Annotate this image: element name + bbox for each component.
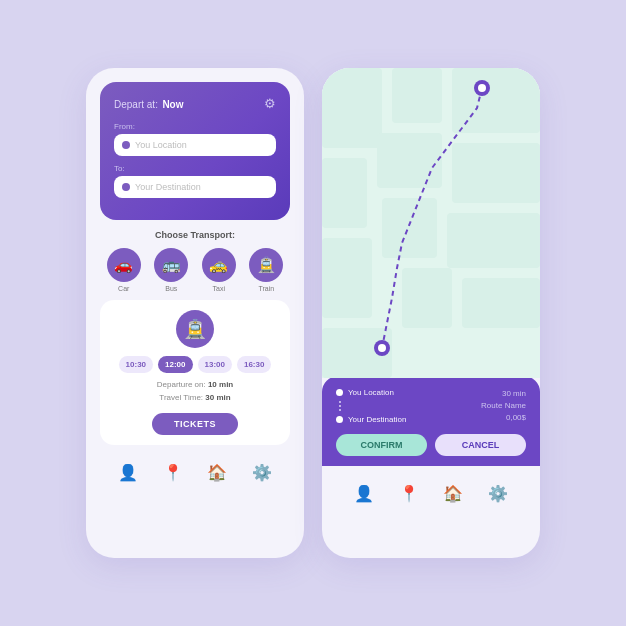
- nav-profile-icon[interactable]: 👤: [118, 463, 138, 482]
- cancel-button[interactable]: CANCEL: [435, 434, 526, 456]
- pin-icon-2: [122, 183, 130, 191]
- map-svg: [322, 68, 540, 378]
- svg-rect-9: [447, 213, 540, 268]
- svg-point-14: [478, 84, 486, 92]
- svg-rect-11: [402, 268, 452, 328]
- svg-rect-8: [382, 198, 437, 258]
- depart-label: Depart at:: [114, 99, 158, 110]
- time-pill-1030[interactable]: 10:30: [119, 356, 153, 373]
- transport-train[interactable]: 🚊 Train: [249, 248, 283, 292]
- to-input[interactable]: Your Destination: [114, 176, 276, 198]
- bottom-nav-left: 👤 📍 🏠 ⚙️: [86, 455, 304, 488]
- svg-point-16: [378, 344, 386, 352]
- nav-location-icon-r[interactable]: 📍: [399, 484, 419, 503]
- to-label: To:: [114, 164, 276, 173]
- train-label: Train: [258, 285, 274, 292]
- nav-home-icon-r[interactable]: 🏠: [443, 484, 463, 503]
- bus-icon: 🚌: [154, 248, 188, 282]
- header-card: Depart at: Now ⚙ From: You Location To: …: [100, 82, 290, 220]
- from-dot: [336, 389, 343, 396]
- time-pill-1630[interactable]: 16:30: [237, 356, 271, 373]
- transport-taxi[interactable]: 🚕 Taxi: [202, 248, 236, 292]
- from-input[interactable]: You Location: [114, 134, 276, 156]
- svg-rect-2: [392, 68, 442, 123]
- selected-transport-icon: 🚊: [176, 310, 214, 348]
- info-meta: 30 min Route Name 0,00$: [481, 388, 526, 424]
- time-pill-1200[interactable]: 12:00: [158, 356, 192, 373]
- from-location-item: You Location: [336, 388, 406, 397]
- schedule-info: Departure on: 10 min Travel Time: 30 min: [157, 379, 233, 405]
- nav-location-icon[interactable]: 📍: [163, 463, 183, 482]
- taxi-label: Taxi: [213, 285, 225, 292]
- from-label: From:: [114, 122, 276, 131]
- travel-value: 30 min: [205, 393, 230, 402]
- bus-label: Bus: [165, 285, 177, 292]
- transport-icons: 🚗 Car 🚌 Bus 🚕 Taxi 🚊 Train: [100, 248, 290, 292]
- schedule-card: 🚊 10:30 12:00 13:00 16:30 Departure on: …: [100, 300, 290, 445]
- svg-rect-1: [322, 68, 382, 148]
- info-locations: You Location Your Destination: [336, 388, 406, 424]
- phones-container: Depart at: Now ⚙ From: You Location To: …: [86, 68, 540, 558]
- route-duration: 30 min: [481, 388, 526, 400]
- to-location-item: Your Destination: [336, 415, 406, 424]
- transport-car[interactable]: 🚗 Car: [107, 248, 141, 292]
- from-location-text: You Location: [348, 388, 394, 397]
- to-location-text: Your Destination: [348, 415, 406, 424]
- svg-rect-5: [377, 133, 442, 188]
- departure-value: 10 min: [208, 380, 233, 389]
- time-pill-1300[interactable]: 13:00: [198, 356, 232, 373]
- svg-rect-12: [462, 278, 540, 328]
- svg-rect-6: [452, 143, 540, 203]
- svg-rect-7: [322, 238, 372, 318]
- confirm-button[interactable]: CONFIRM: [336, 434, 427, 456]
- train-icon: 🚊: [249, 248, 283, 282]
- phone-left: Depart at: Now ⚙ From: You Location To: …: [86, 68, 304, 558]
- depart-value: Now: [162, 99, 183, 110]
- nav-settings-icon-r[interactable]: ⚙️: [488, 484, 508, 503]
- settings-icon[interactable]: ⚙: [264, 96, 276, 111]
- car-icon: 🚗: [107, 248, 141, 282]
- nav-settings-icon[interactable]: ⚙️: [252, 463, 272, 482]
- info-route: You Location Your Destination 30 min Rou…: [336, 388, 526, 424]
- nav-profile-icon-r[interactable]: 👤: [354, 484, 374, 503]
- car-label: Car: [118, 285, 129, 292]
- bottom-nav-right: 👤 📍 🏠 ⚙️: [322, 476, 540, 509]
- transport-bus[interactable]: 🚌 Bus: [154, 248, 188, 292]
- taxi-icon: 🚕: [202, 248, 236, 282]
- transport-section: Choose Transport: 🚗 Car 🚌 Bus 🚕 Taxi 🚊 T…: [86, 230, 304, 292]
- to-dot: [336, 416, 343, 423]
- map-area: [322, 68, 540, 378]
- route-price: 0,00$: [481, 412, 526, 424]
- tickets-button[interactable]: TICKETS: [152, 413, 238, 435]
- route-name: Route Name: [481, 400, 526, 412]
- to-placeholder: Your Destination: [135, 182, 201, 192]
- svg-rect-4: [322, 158, 367, 228]
- nav-home-icon[interactable]: 🏠: [207, 463, 227, 482]
- info-buttons: CONFIRM CANCEL: [336, 434, 526, 456]
- phone-right: You Location Your Destination 30 min Rou…: [322, 68, 540, 558]
- pin-icon: [122, 141, 130, 149]
- from-placeholder: You Location: [135, 140, 187, 150]
- route-connector: [339, 401, 341, 411]
- info-card: You Location Your Destination 30 min Rou…: [322, 376, 540, 466]
- time-pills: 10:30 12:00 13:00 16:30: [119, 356, 272, 373]
- transport-title: Choose Transport:: [100, 230, 290, 240]
